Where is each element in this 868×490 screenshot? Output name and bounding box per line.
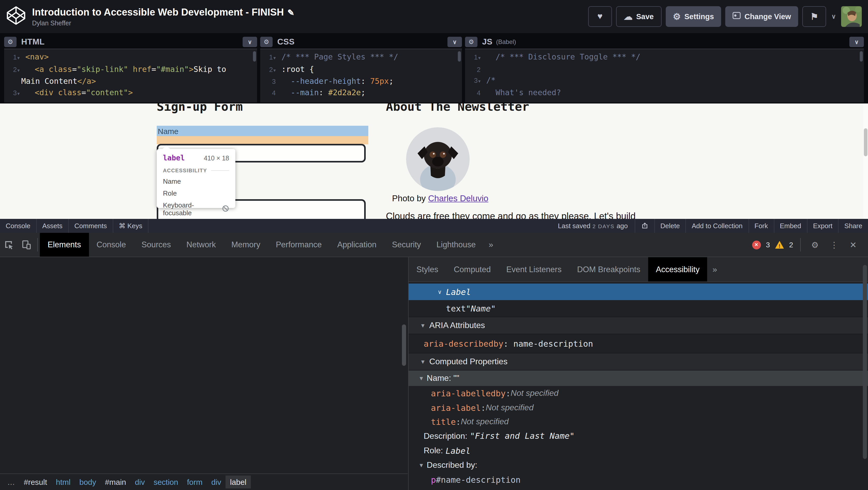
accessibility-scrollbar[interactable]	[863, 265, 867, 459]
result-preview: Sign-up Form About The Newsletter Name l…	[0, 102, 868, 219]
devtools: Elements Console Sources Network Memory …	[0, 233, 868, 490]
described-by-row[interactable]: ▼ Described by:	[409, 458, 868, 472]
js-panel-label: JS	[482, 37, 492, 47]
tab-dom-breakpoints[interactable]: DOM Breakpoints	[569, 257, 648, 281]
aria-attributes-section[interactable]: ▼ ARIA Attributes	[409, 317, 868, 334]
codepen-logo-icon[interactable]	[6, 5, 26, 28]
tab-performance[interactable]: Performance	[268, 233, 329, 257]
dom-breadcrumb[interactable]: … #result html body #main div section fo…	[0, 473, 408, 490]
inspect-element-icon[interactable]	[0, 233, 18, 257]
tab-console[interactable]: Console	[89, 233, 134, 257]
settings-button[interactable]: ⚙Settings	[666, 6, 721, 27]
html-code-editor[interactable]: 1▾<nav> 2▾ <a class="skip-link" href="#m…	[4, 49, 257, 102]
elements-dom-tree[interactable]: … #result html body #main div section fo…	[0, 257, 408, 490]
row-arrow-icon: ▼	[418, 375, 424, 381]
signup-form-heading: Sign-up Form	[157, 102, 243, 113]
aria-labelledby-row: aria-labelledby: Not specified	[409, 386, 868, 400]
js-code-editor[interactable]: 1▾ /* *** Disclosure Toggle *** */ 2 3▾/…	[465, 49, 864, 102]
console-button[interactable]: Console	[0, 219, 36, 233]
name-label: Name	[157, 126, 179, 135]
photo-credit-link[interactable]: Charles Deluvio	[428, 193, 488, 203]
sidebar-tabs: Styles Computed Event Listeners DOM Brea…	[409, 257, 868, 282]
js-panel-header: ⚙ JS (Babel) ∨	[465, 33, 864, 49]
tab-network[interactable]: Network	[179, 233, 224, 257]
js-scrollbar[interactable]	[860, 51, 863, 62]
assets-button[interactable]: Assets	[36, 219, 68, 233]
pin-dropdown-chevron-icon[interactable]: ∨	[831, 13, 836, 20]
css-scrollbar[interactable]	[458, 51, 461, 62]
breadcrumb-html[interactable]: html	[56, 478, 71, 486]
fork-button[interactable]: Fork	[748, 219, 774, 233]
tab-lighthouse[interactable]: Lighthouse	[429, 233, 484, 257]
tooltip-name-row: Name	[163, 178, 229, 185]
delete-button[interactable]: Delete	[654, 219, 685, 233]
computed-name-row[interactable]: ▼ Name: ""	[409, 370, 868, 386]
breadcrumb-main[interactable]: #main	[105, 478, 126, 486]
breadcrumb-form[interactable]: form	[187, 478, 203, 486]
tab-sources[interactable]: Sources	[134, 233, 179, 257]
app-root: Introduction to Accessible Web Developme…	[0, 0, 868, 490]
tab-styles[interactable]: Styles	[409, 257, 446, 281]
change-view-button[interactable]: Change View	[725, 6, 798, 27]
preview-scrollbar[interactable]	[863, 103, 868, 219]
open-in-new-button[interactable]	[634, 219, 654, 233]
tab-accessibility[interactable]: Accessibility	[648, 257, 707, 281]
export-button[interactable]: Export	[807, 219, 838, 233]
tab-event-listeners[interactable]: Event Listeners	[498, 257, 569, 281]
dom-tree-scrollbar[interactable]	[402, 325, 406, 366]
pin-icon: ⚑	[810, 11, 818, 22]
css-panel-chevron-icon[interactable]: ∨	[447, 37, 462, 47]
more-tabs-icon[interactable]: »	[484, 233, 498, 257]
html-settings-gear-icon[interactable]: ⚙	[4, 37, 17, 47]
cloud-icon: ☁	[624, 11, 633, 22]
warning-icon[interactable]: !	[775, 241, 784, 249]
described-by-node-link[interactable]: p#name-description	[409, 472, 868, 487]
edit-pencil-icon[interactable]: ✎	[287, 8, 294, 17]
tooltip-element-tag: label	[163, 154, 185, 162]
a11y-tree-text-node[interactable]: text "Name"	[409, 300, 868, 317]
tab-security[interactable]: Security	[384, 233, 429, 257]
a11y-tree-selected-label-node[interactable]: ∨ Label	[409, 283, 868, 300]
like-button[interactable]: ♥	[588, 6, 612, 27]
device-toolbar-icon[interactable]	[18, 233, 35, 257]
breadcrumb-div2[interactable]: div	[211, 478, 221, 486]
tab-elements[interactable]: Elements	[40, 233, 89, 257]
js-panel-chevron-icon[interactable]: ∨	[849, 37, 864, 47]
tab-memory[interactable]: Memory	[223, 233, 268, 257]
error-count: 3	[766, 241, 770, 249]
breadcrumb-label-selected[interactable]: label	[225, 476, 251, 488]
more-sidebar-tabs-icon[interactable]: »	[707, 257, 722, 281]
breadcrumb-body[interactable]: body	[80, 478, 96, 486]
css-code-editor[interactable]: 1▾/* *** Page Styles *** */ 2▾:root { 3 …	[260, 49, 462, 102]
devtools-menu-kebab-icon[interactable]: ⋮	[827, 240, 841, 250]
css-settings-gear-icon[interactable]: ⚙	[260, 37, 273, 47]
keys-button[interactable]: ⌘ Keys	[113, 219, 149, 233]
add-to-collection-button[interactable]: Add to Collection	[685, 219, 748, 233]
share-button[interactable]: Share	[838, 219, 868, 233]
pen-author[interactable]: Dylan Sheffer	[32, 20, 588, 27]
error-icon[interactable]: ✕	[752, 240, 761, 249]
breadcrumb-section[interactable]: section	[154, 478, 178, 486]
js-panel: ⚙ JS (Babel) ∨ 1▾ /* *** Disclosure Togg…	[465, 33, 864, 102]
html-panel-chevron-icon[interactable]: ∨	[243, 37, 257, 47]
avatar[interactable]	[841, 6, 862, 27]
embed-button[interactable]: Embed	[774, 219, 807, 233]
breadcrumb-ellipsis[interactable]: …	[7, 478, 15, 486]
js-settings-gear-icon[interactable]: ⚙	[465, 37, 477, 47]
breadcrumb-result[interactable]: #result	[24, 478, 47, 486]
inspect-tooltip: label 410 × 18 ACCESSIBILITY Name Role K…	[157, 149, 235, 208]
aria-label-row: aria-label: Not specified	[409, 400, 868, 415]
expand-chevron-icon: ∨	[438, 288, 442, 295]
save-button[interactable]: ☁Save	[616, 6, 661, 27]
pin-button[interactable]: ⚑	[802, 6, 826, 27]
computed-properties-section[interactable]: ▼ Computed Properties	[409, 353, 868, 370]
codepen-header: Introduction to Accessible Web Developme…	[0, 0, 868, 33]
devtools-close-icon[interactable]: ✕	[846, 240, 860, 250]
devtools-settings-gear-icon[interactable]: ⚙	[808, 240, 822, 250]
tab-application[interactable]: Application	[330, 233, 384, 257]
html-panel: ⚙ HTML ∨ 1▾<nav> 2▾ <a class="skip-link"…	[4, 33, 257, 102]
breadcrumb-div[interactable]: div	[135, 478, 145, 486]
tab-computed[interactable]: Computed	[446, 257, 498, 281]
html-scrollbar[interactable]	[253, 51, 256, 62]
comments-button[interactable]: Comments	[68, 219, 113, 233]
